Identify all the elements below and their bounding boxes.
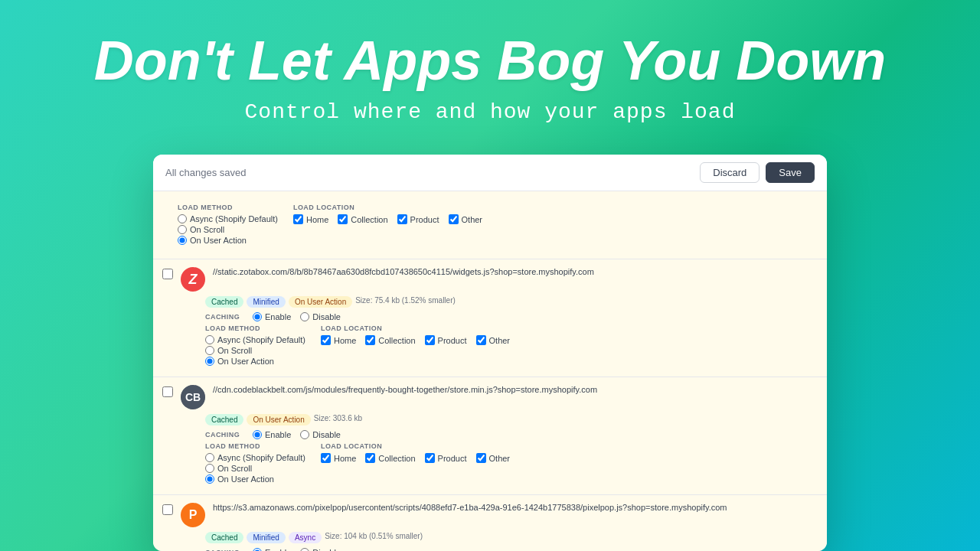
panel-header: All changes saved Discard Save	[153, 155, 827, 191]
product-option[interactable]: Product	[425, 453, 467, 463]
cached-badge: Cached	[205, 296, 243, 308]
enable-option[interactable]: Enable	[253, 548, 291, 551]
async-option[interactable]: Async (Shopify Default)	[205, 335, 305, 344]
onscroll-option[interactable]: On Scroll	[205, 464, 305, 473]
load-location-label: LOAD LOCATION	[321, 324, 510, 332]
disable-option[interactable]: Disable	[300, 548, 341, 551]
cached-badge: Cached	[205, 414, 243, 425]
pixelpop-icon: P	[181, 503, 205, 527]
codeblackbelt-checkbox[interactable]	[162, 386, 173, 397]
collection-option[interactable]: Collection	[338, 214, 387, 224]
hero-subtitle: Control where and how your apps load	[15, 100, 965, 124]
hero-section: Don't Let Apps Bog You Down Control wher…	[0, 0, 980, 139]
pixelpop-row: P https://s3.amazonaws.com/pixelpop/user…	[153, 495, 827, 551]
load-location-options: Home Collection Product Other	[321, 335, 510, 345]
onuseraction-badge: On User Action	[247, 414, 310, 425]
minified-badge: Minified	[247, 532, 285, 543]
codeblackbelt-icon: CB	[181, 385, 205, 409]
codeblackbelt-row: CB //cdn.codeblackbelt.com/js/modules/fr…	[153, 377, 827, 495]
zotabox-settings: LOAD METHOD Async (Shopify Default) On S…	[205, 324, 818, 366]
zotabox-caching: CACHING Enable Disable	[205, 312, 818, 321]
save-button[interactable]: Save	[766, 162, 815, 183]
product-option[interactable]: Product	[397, 214, 439, 224]
hero-title: Don't Let Apps Bog You Down	[15, 31, 965, 91]
top-settings: LOAD METHOD Async (Shopify Default) On S…	[178, 199, 818, 251]
collection-option[interactable]: Collection	[365, 453, 415, 463]
header-buttons: Discard Save	[700, 162, 815, 183]
codeblackbelt-url: //cdn.codeblackbelt.com/js/modules/frequ…	[213, 385, 818, 394]
discard-button[interactable]: Discard	[700, 162, 760, 183]
load-method-block: LOAD METHOD Async (Shopify Default) On S…	[205, 442, 305, 484]
zotabox-url-row: Z //static.zotabox.com/8/b/8b78467aa630d…	[162, 267, 818, 292]
async-badge: Async	[289, 532, 322, 543]
load-method-options: Async (Shopify Default) On Scroll On Use…	[205, 453, 305, 484]
codeblackbelt-caching: CACHING Enable Disable	[205, 430, 818, 439]
caching-label: CACHING	[205, 431, 243, 439]
onscroll-option[interactable]: On Scroll	[205, 346, 305, 355]
load-method-options: Async (Shopify Default) On Scroll On Use…	[205, 335, 305, 366]
codeblackbelt-badges: Cached On User Action Size: 303.6 kb	[205, 414, 818, 425]
save-status: All changes saved	[165, 167, 247, 178]
load-location-block: LOAD LOCATION Home Collection Product Ot…	[293, 204, 482, 245]
zotabox-icon: Z	[181, 267, 205, 292]
load-location-label: LOAD LOCATION	[293, 204, 482, 211]
disable-option[interactable]: Disable	[300, 430, 341, 439]
codeblackbelt-settings: LOAD METHOD Async (Shopify Default) On S…	[205, 442, 818, 484]
load-method-label: LOAD METHOD	[178, 204, 278, 211]
zotabox-row: Z //static.zotabox.com/8/b/8b78467aa630d…	[153, 259, 827, 377]
collection-option[interactable]: Collection	[365, 335, 415, 345]
panel-content: LOAD METHOD Async (Shopify Default) On S…	[153, 191, 827, 551]
enable-option[interactable]: Enable	[253, 312, 291, 321]
svg-text:CB: CB	[185, 391, 201, 403]
pixelpop-checkbox[interactable]	[162, 504, 173, 515]
enable-option[interactable]: Enable	[253, 430, 291, 439]
pixelpop-badges: Cached Minified Async Size: 104 kb (0.51…	[205, 532, 818, 543]
load-method-label: LOAD METHOD	[205, 324, 305, 332]
partial-top-row: LOAD METHOD Async (Shopify Default) On S…	[153, 191, 827, 259]
other-option[interactable]: Other	[476, 335, 511, 345]
load-method-block: LOAD METHOD Async (Shopify Default) On S…	[178, 204, 278, 245]
onuseraction-option[interactable]: On User Action	[178, 236, 278, 245]
pixelpop-caching: CACHING Enable Disable	[205, 548, 818, 551]
onuseraction-option[interactable]: On User Action	[205, 474, 305, 484]
product-option[interactable]: Product	[425, 335, 467, 345]
main-panel: All changes saved Discard Save LOAD METH…	[153, 155, 827, 551]
codeblackbelt-url-row: CB //cdn.codeblackbelt.com/js/modules/fr…	[162, 385, 818, 409]
onscroll-option[interactable]: On Scroll	[178, 225, 278, 234]
disable-option[interactable]: Disable	[300, 312, 341, 321]
caching-label: CACHING	[205, 313, 243, 321]
other-option[interactable]: Other	[476, 453, 511, 463]
onuseraction-badge: On User Action	[289, 296, 352, 308]
cached-badge: Cached	[205, 532, 243, 543]
size-text: Size: 104 kb (0.51% smaller)	[325, 532, 423, 543]
async-option[interactable]: Async (Shopify Default)	[178, 214, 278, 223]
load-location-options: Home Collection Product Other	[293, 214, 482, 224]
load-method-options: Async (Shopify Default) On Scroll On Use…	[178, 214, 278, 245]
load-location-block: LOAD LOCATION Home Collection Product Ot…	[321, 324, 510, 366]
async-option[interactable]: Async (Shopify Default)	[205, 453, 305, 462]
other-option[interactable]: Other	[449, 214, 483, 224]
load-method-label: LOAD METHOD	[205, 442, 305, 450]
minified-badge: Minified	[247, 296, 285, 308]
pixelpop-url: https://s3.amazonaws.com/pixelpop/userco…	[213, 503, 818, 512]
zotabox-badges: Cached Minified On User Action Size: 75.…	[205, 296, 818, 308]
load-location-options: Home Collection Product Other	[321, 453, 510, 463]
home-option[interactable]: Home	[321, 335, 356, 345]
home-option[interactable]: Home	[321, 453, 356, 463]
onuseraction-option[interactable]: On User Action	[205, 357, 305, 366]
load-location-block: LOAD LOCATION Home Collection Product Ot…	[321, 442, 510, 484]
size-text: Size: 75.4 kb (1.52% smaller)	[355, 296, 456, 308]
zotabox-checkbox[interactable]	[162, 269, 173, 279]
pixelpop-url-row: P https://s3.amazonaws.com/pixelpop/user…	[162, 503, 818, 527]
load-method-block: LOAD METHOD Async (Shopify Default) On S…	[205, 324, 305, 366]
size-text: Size: 303.6 kb	[314, 414, 362, 425]
load-location-label: LOAD LOCATION	[321, 442, 510, 450]
zotabox-url: //static.zotabox.com/8/b/8b78467aa630d8f…	[213, 267, 818, 276]
home-option[interactable]: Home	[293, 214, 328, 224]
